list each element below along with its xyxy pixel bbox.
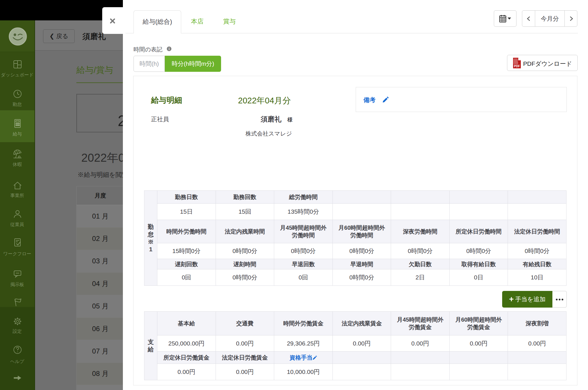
svg-text:PDF: PDF [514, 64, 520, 68]
